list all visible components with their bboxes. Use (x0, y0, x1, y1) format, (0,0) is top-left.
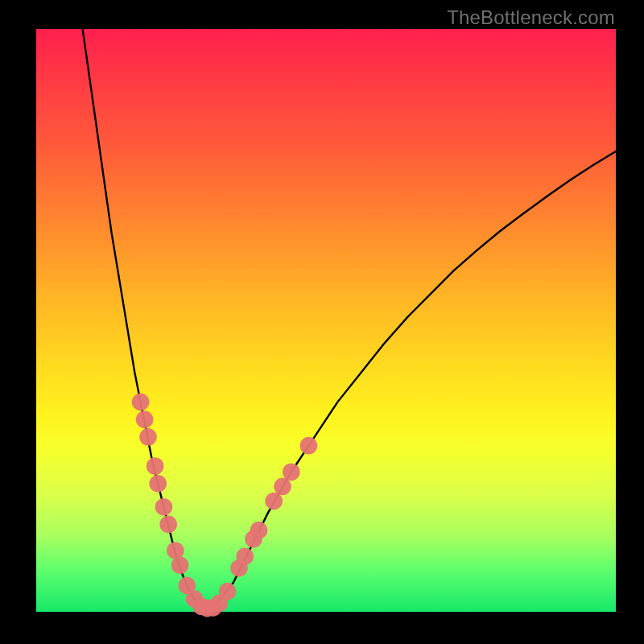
data-point-marker (155, 498, 173, 516)
data-point-marker (274, 478, 291, 496)
data-point-marker (159, 516, 177, 534)
chart-frame: TheBottleneck.com (0, 0, 644, 644)
data-point-marker (219, 583, 237, 601)
data-point-marker (265, 493, 283, 510)
data-point-marker (147, 457, 164, 475)
data-point-marker (136, 411, 154, 428)
data-point-marker (149, 475, 167, 493)
watermark-text: TheBottleneck.com (447, 6, 615, 29)
marker-group (132, 394, 317, 617)
data-point-marker (132, 394, 150, 411)
plot-area (36, 29, 616, 612)
data-point-marker (300, 437, 318, 455)
data-point-marker (236, 547, 254, 565)
data-point-marker (171, 556, 189, 574)
data-point-marker (283, 463, 300, 481)
data-point-marker (139, 428, 157, 446)
chart-svg (36, 29, 616, 612)
data-point-marker (250, 522, 268, 539)
